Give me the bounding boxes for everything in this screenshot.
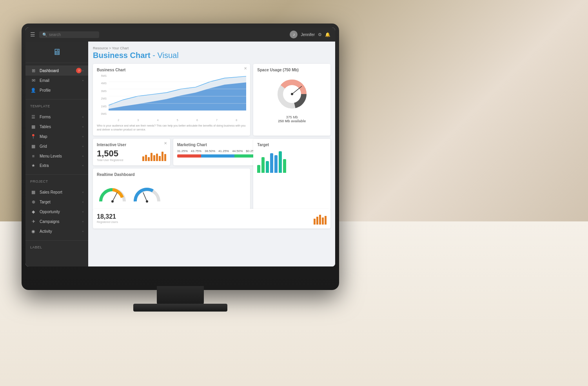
gear-icon[interactable]: ⚙ xyxy=(318,32,322,37)
chevron-icon: ‹ xyxy=(82,125,83,129)
card-title: Interactive User xyxy=(97,143,166,147)
chevron-icon: ‹ xyxy=(82,190,83,194)
card-business-chart: ✕ Business Chart 5MS 4MS 3MS 2MS 1MS 0MS xyxy=(93,64,250,136)
bar xyxy=(279,151,282,173)
svg-line-11 xyxy=(113,192,117,201)
sidebar-item-menu-levels[interactable]: ≡ Menu Levels ‹ xyxy=(25,151,88,161)
sidebar-item-tables[interactable]: ▦ Tables ‹ xyxy=(25,122,88,132)
dashboard-badge: 7 xyxy=(76,68,82,73)
chevron-icon: ‹ xyxy=(82,115,83,119)
grid-icon: ▦ xyxy=(30,144,36,149)
sidebar-item-label: Menu Levels xyxy=(40,154,82,158)
x-label: 4 xyxy=(157,119,159,121)
chevron-icon: ‹ xyxy=(82,154,83,158)
card-space-usage: Space Usage (750 Mb) xyxy=(253,64,330,136)
hamburger-icon[interactable]: ☰ xyxy=(30,31,35,38)
donut-chart xyxy=(274,76,310,112)
sidebar-item-forms[interactable]: ☰ Forms ‹ xyxy=(25,112,88,122)
sidebar-item-campaigns[interactable]: ✈ Campaigns ‹ xyxy=(25,217,88,227)
target-icon: ⊕ xyxy=(30,199,36,205)
area-chart-svg xyxy=(109,74,246,111)
bar xyxy=(156,154,158,161)
bar xyxy=(266,161,269,173)
x-label: 8 xyxy=(236,119,237,121)
mini-bar-chart xyxy=(142,149,166,161)
sidebar-item-label: Sales Report xyxy=(40,190,82,194)
sidebar-item-extra[interactable]: ★ Extra ‹ xyxy=(25,161,88,170)
svg-rect-15 xyxy=(314,219,316,225)
sidebar-item-label: Grid xyxy=(40,144,82,149)
sidebar-item-activity[interactable]: ◉ Activity ‹ xyxy=(25,227,88,236)
sidebar-item-opportunity[interactable]: ◆ Opportunity ‹ xyxy=(25,207,88,217)
stat-label: Registered Users xyxy=(97,221,118,223)
sidebar-item-label: Email xyxy=(40,78,82,83)
main-layout: 🖥 ⊞ Dashboard 7 ‹ ✉ Email ‹ xyxy=(25,42,335,266)
bar xyxy=(151,153,152,161)
chevron-icon: ‹ xyxy=(82,69,83,72)
avatar: J xyxy=(290,31,298,38)
user-count-label: Total User Registered xyxy=(97,159,123,161)
bar-segment xyxy=(201,154,234,158)
activity-icon: ◉ xyxy=(30,229,36,234)
sidebar-section-template: ☰ Forms ‹ ▦ Tables ‹ 📍 Map ‹ xyxy=(25,110,88,173)
sidebar-item-label: Dashboard xyxy=(40,69,76,73)
sidebar-item-map[interactable]: 📍 Map ‹ xyxy=(25,132,88,141)
space-used: 375 Mb xyxy=(257,115,327,119)
sidebar-item-dashboard[interactable]: ⊞ Dashboard 7 ‹ xyxy=(25,65,88,76)
sidebar-item-label: Campaigns xyxy=(40,219,82,224)
pct-label: 43.75% xyxy=(191,149,201,153)
sidebar-item-grid[interactable]: ▦ Grid ‹ xyxy=(25,141,88,151)
campaigns-icon: ✈ xyxy=(30,219,36,224)
divider xyxy=(25,99,88,100)
donut-chart-container xyxy=(257,74,327,114)
stat-row: 1,505 Total User Registered xyxy=(97,149,166,161)
divider xyxy=(25,240,88,241)
sidebar-item-email[interactable]: ✉ Email ‹ xyxy=(25,76,88,85)
logo-icon: 🖥 xyxy=(53,47,61,57)
card-title: Realtime Dashboard xyxy=(97,172,246,177)
search-box[interactable]: 🔍 xyxy=(39,31,99,38)
forms-icon: ☰ xyxy=(30,114,36,120)
bar xyxy=(164,154,166,161)
map-icon: 📍 xyxy=(30,134,36,139)
email-icon: ✉ xyxy=(30,78,36,83)
bar xyxy=(270,153,273,173)
sidebar-item-target[interactable]: ⊕ Target ‹ xyxy=(25,197,88,207)
space-info: 375 Mb 250 Mb available xyxy=(257,115,327,123)
screen: ☰ 🔍 J Jennifer ⚙ 🔔 � xyxy=(25,27,335,266)
bar xyxy=(274,155,278,173)
bar xyxy=(153,155,155,161)
sidebar-item-sales-report[interactable]: ▦ Sales Report ‹ xyxy=(25,187,88,197)
sidebar-item-label: Profile xyxy=(40,88,83,92)
sidebar-section-template-label: Template xyxy=(25,101,88,110)
space-available: 250 Mb available xyxy=(257,119,327,123)
bar-segment xyxy=(177,154,201,158)
svg-rect-17 xyxy=(319,215,321,225)
card-close-button[interactable]: ✕ xyxy=(244,66,247,71)
page-title-prefix: Business Chart xyxy=(93,51,152,60)
bell-icon[interactable]: 🔔 xyxy=(325,32,330,37)
page-title-suffix: - Visual xyxy=(152,51,178,60)
sidebar-item-label: Map xyxy=(40,134,82,139)
content-area: Resource > Your Chart Business Chart - V… xyxy=(88,42,335,266)
card-title: Target xyxy=(257,143,327,147)
profile-icon: 👤 xyxy=(30,88,36,93)
pct-label: 44.50% xyxy=(232,149,243,153)
bar xyxy=(159,156,161,161)
divider xyxy=(25,174,88,175)
y-label: 0MS xyxy=(97,112,108,115)
chevron-icon: ‹ xyxy=(82,210,83,214)
monitor: ☰ 🔍 J Jennifer ⚙ 🔔 � xyxy=(22,24,339,290)
x-axis-labels: 2 3 4 5 6 7 8 xyxy=(109,119,246,121)
chevron-icon: ‹ xyxy=(82,145,83,148)
x-label: 5 xyxy=(177,119,178,121)
card-close-button[interactable]: ✕ xyxy=(164,141,167,145)
card-target: Target xyxy=(253,139,330,210)
pct-label: 41.25% xyxy=(218,149,229,153)
sidebar-item-label: Target xyxy=(40,200,82,204)
sidebar-item-profile[interactable]: 👤 Profile xyxy=(25,85,88,95)
svg-line-13 xyxy=(143,192,147,201)
search-input[interactable] xyxy=(49,33,96,37)
breadcrumb: Resource > Your Chart xyxy=(93,46,330,50)
search-icon: 🔍 xyxy=(42,33,47,37)
